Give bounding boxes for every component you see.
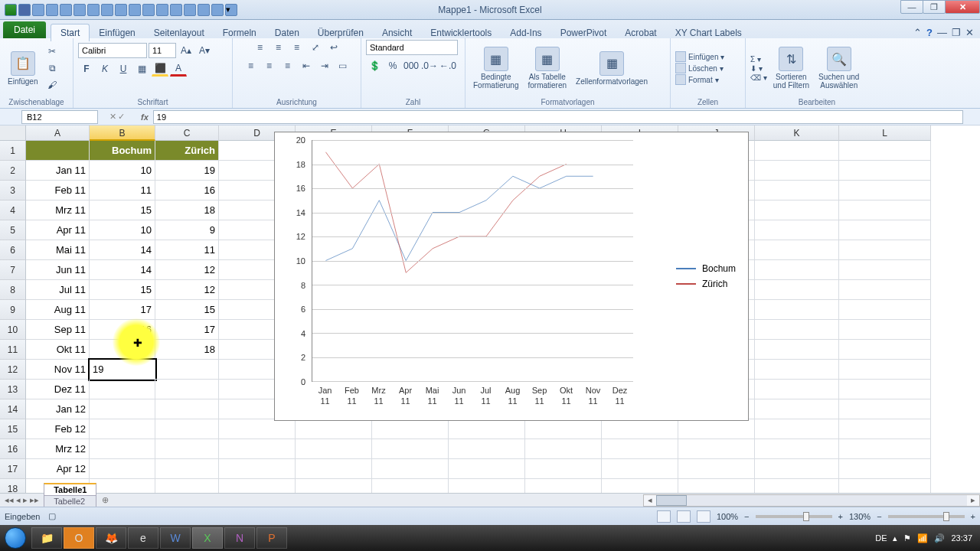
cell[interactable] <box>839 201 931 220</box>
cell[interactable] <box>219 459 296 479</box>
cell[interactable]: Mai 11 <box>26 240 90 260</box>
volume-icon[interactable]: 🔊 <box>934 533 945 543</box>
cell[interactable] <box>839 181 931 201</box>
zoom-out-icon-2[interactable]: − <box>877 512 881 521</box>
sheet-tab[interactable]: Tabelle1 <box>44 483 96 495</box>
cell[interactable] <box>678 439 755 459</box>
cell[interactable] <box>296 459 372 479</box>
zoom-in-icon-2[interactable]: + <box>971 512 975 521</box>
align-left-icon[interactable]: ≡ <box>243 58 260 73</box>
row-header[interactable]: 13 <box>0 380 26 399</box>
cell[interactable] <box>755 300 839 320</box>
currency-icon[interactable]: 💲 <box>366 58 383 73</box>
cell[interactable] <box>525 459 602 479</box>
ie-icon[interactable]: e <box>128 527 158 549</box>
name-box[interactable]: B12 <box>21 110 98 124</box>
fx-icon[interactable]: fx <box>141 112 149 122</box>
row-header[interactable]: 2 <box>0 161 26 181</box>
cell[interactable] <box>755 320 839 340</box>
maximize-button[interactable]: ❐ <box>923 0 946 14</box>
cell[interactable]: 16 <box>155 181 219 201</box>
sheet-nav[interactable]: ◂◂ ◂ ▸ ▸▸ <box>0 495 44 505</box>
cell[interactable] <box>219 419 296 439</box>
font-name-select[interactable] <box>78 43 147 58</box>
cell[interactable] <box>296 419 372 439</box>
cell[interactable] <box>26 141 90 161</box>
cell[interactable]: Bochum <box>90 141 155 161</box>
cell[interactable]: 15 <box>90 280 155 300</box>
powerpoint-icon[interactable]: P <box>256 527 287 549</box>
zoom-level-2[interactable]: 130% <box>849 512 871 521</box>
cell[interactable] <box>755 280 839 300</box>
cell[interactable] <box>755 459 839 479</box>
cell[interactable] <box>602 459 678 479</box>
cell[interactable]: 19 <box>90 360 155 380</box>
page-break-view-icon[interactable] <box>697 510 710 523</box>
cell[interactable] <box>90 399 155 419</box>
cell[interactable] <box>839 459 931 479</box>
row-header[interactable]: 4 <box>0 201 26 220</box>
qat-icon[interactable] <box>129 4 141 16</box>
tray-arrow-icon[interactable]: ▴ <box>893 533 897 543</box>
cell[interactable] <box>755 439 839 459</box>
row-header[interactable]: 1 <box>0 141 26 161</box>
network-icon[interactable]: 📶 <box>917 533 928 543</box>
language-indicator[interactable]: DE <box>875 533 887 543</box>
workbook-close-icon[interactable]: ✕ <box>965 27 974 38</box>
cell[interactable] <box>678 459 755 479</box>
row-header[interactable]: 12 <box>0 360 26 380</box>
onenote-icon[interactable]: N <box>224 527 255 549</box>
qat-icon[interactable] <box>115 4 127 16</box>
horizontal-scrollbar[interactable]: ◂▸ <box>643 494 980 507</box>
tray-icon[interactable]: ⚑ <box>903 533 911 543</box>
save-icon[interactable] <box>18 4 31 16</box>
cell[interactable] <box>219 439 296 459</box>
cell[interactable]: 12 <box>155 280 219 300</box>
row-header[interactable]: 14 <box>0 399 26 419</box>
cell[interactable]: Dez 11 <box>26 380 90 399</box>
cell[interactable] <box>755 201 839 220</box>
row-header[interactable]: 10 <box>0 320 26 340</box>
cell[interactable]: Zürich <box>155 141 219 161</box>
explorer-icon[interactable]: 📁 <box>31 527 62 549</box>
cell[interactable] <box>839 360 931 380</box>
inc-decimal-icon[interactable]: .0→ <box>421 58 438 73</box>
minimize-ribbon-icon[interactable]: ⌃ <box>913 27 922 38</box>
cell[interactable] <box>755 419 839 439</box>
workbook-restore-icon[interactable]: ❐ <box>952 27 961 38</box>
comma-icon[interactable]: 000 <box>403 58 420 73</box>
cell[interactable]: 14 <box>90 240 155 260</box>
cell[interactable] <box>155 439 219 459</box>
cell[interactable] <box>678 419 755 439</box>
file-tab[interactable]: Datei <box>3 21 46 38</box>
cell[interactable]: 18 <box>155 340 219 360</box>
qat-icon[interactable] <box>211 4 224 16</box>
cancel-icon[interactable]: ✕ <box>109 112 116 122</box>
qat-icon[interactable] <box>74 4 86 16</box>
embedded-chart[interactable]: 02468101214161820 Jan11Feb11Mrz11Apr11Ma… <box>274 132 749 421</box>
row-header[interactable]: 17 <box>0 459 26 479</box>
cell[interactable]: Jan 12 <box>26 399 90 419</box>
sheet-tab[interactable]: Tabelle2 <box>44 495 96 507</box>
cell[interactable] <box>155 459 219 479</box>
qat-icon[interactable] <box>87 4 100 16</box>
cell[interactable]: 15 <box>155 300 219 320</box>
wrap-text-icon[interactable]: ↩ <box>325 40 342 55</box>
cell[interactable] <box>839 141 931 161</box>
cell[interactable] <box>90 459 155 479</box>
zoom-slider[interactable] <box>756 515 832 518</box>
cell[interactable] <box>755 340 839 360</box>
qat-icon[interactable] <box>184 4 196 16</box>
conditional-formatting-button[interactable]: ▦Bedingte Formatierung <box>470 45 521 91</box>
row-header[interactable]: 11 <box>0 340 26 360</box>
format-cells-button[interactable]: Format▾ <box>675 74 724 85</box>
cell[interactable] <box>755 380 839 399</box>
cell[interactable]: Mrz 12 <box>26 439 90 459</box>
qat-icon[interactable] <box>60 4 72 16</box>
indent-inc-icon[interactable]: ⇥ <box>316 58 333 73</box>
cell[interactable] <box>449 439 525 459</box>
cell[interactable]: Feb 12 <box>26 419 90 439</box>
cell[interactable] <box>449 459 525 479</box>
qat-icon[interactable] <box>142 4 155 16</box>
cell[interactable]: Sep 11 <box>26 320 90 340</box>
